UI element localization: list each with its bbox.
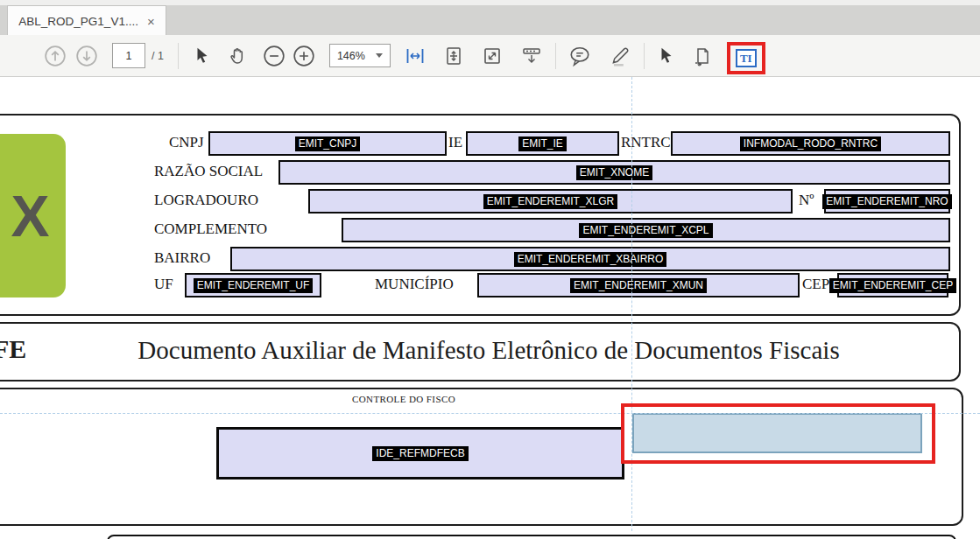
next-page-button[interactable]: [75, 45, 98, 67]
tab-close-icon[interactable]: ×: [147, 15, 155, 28]
select-cursor-icon: [657, 46, 676, 66]
zoom-in-button[interactable]: [293, 45, 315, 67]
highlighter-button[interactable]: [609, 45, 631, 67]
field-label-razao-social: RAZÃO SOCIAL: [154, 163, 263, 180]
field-label-cnpj: CNPJ: [169, 134, 204, 151]
form-field-cnpj[interactable]: EMIT_CNPJ: [208, 131, 447, 156]
form-field-bairro[interactable]: EMIT_ENDEREMIT_XBAIRRO: [230, 247, 950, 271]
form-field-razao-social[interactable]: EMIT_XNOME: [278, 160, 950, 185]
field-tag: EMIT_CNPJ: [295, 136, 361, 151]
field-tag: INFMODAL_RODO_RNTRC: [740, 136, 881, 151]
toolbar-separator: [644, 43, 645, 69]
scrolling-mode-button[interactable]: [520, 46, 543, 66]
hand-tool-button[interactable]: [228, 46, 249, 66]
field-label-ie: IE: [448, 134, 462, 151]
form-field-logradouro[interactable]: EMIT_ENDEREMIT_XLGR: [308, 189, 793, 214]
page-number-input[interactable]: [112, 43, 145, 68]
circle-arrow-down-icon: [75, 45, 98, 67]
active-tool-highlight: TI: [727, 42, 765, 74]
form-field-municipio[interactable]: EMIT_ENDEREMIT_XMUN: [477, 273, 800, 298]
select-annotation-button[interactable]: [657, 46, 676, 66]
circle-plus-icon: [293, 45, 315, 67]
page-total-label: / 1: [152, 50, 164, 62]
fit-width-icon: [405, 46, 426, 66]
toolbar-separator: [555, 43, 556, 69]
field-tag: EMIT_IE: [518, 136, 567, 151]
field-tag: EMIT_ENDEREMIT_XCPL: [579, 223, 712, 238]
pdf-page: X CNPJ EMIT_CNPJ IE EMIT_IE RNTRC INFMOD…: [0, 77, 980, 539]
extract-page-button[interactable]: [692, 45, 713, 67]
field-label-uf: UF: [154, 276, 173, 293]
logo-badge: X: [0, 134, 66, 298]
zoom-level-dropdown[interactable]: 146%: [329, 44, 391, 67]
form-field-uf[interactable]: EMIT_ENDEREMIT_UF: [185, 273, 321, 298]
circle-minus-icon: [263, 45, 286, 67]
page-export-icon: [692, 45, 713, 67]
speech-bubble-icon: [568, 45, 591, 67]
field-tag: EMIT_ENDEREMIT_XMUN: [570, 278, 707, 293]
next-section-box: [107, 535, 956, 539]
tab-bar: ABL_ROD_PG1_V1.... ×: [0, 0, 980, 35]
field-label-numero: Nº: [799, 192, 814, 209]
form-field-refmdfecb[interactable]: IDE_REFMDFECB: [216, 427, 624, 480]
field-label-cep: CEP: [802, 276, 829, 293]
toolbar-separator: [178, 43, 179, 69]
document-title: Documento Auxiliar de Manifesto Eletrôni…: [26, 336, 951, 365]
document-tab[interactable]: ABL_ROD_PG1_V1.... ×: [7, 5, 166, 36]
previous-page-button[interactable]: [44, 45, 67, 67]
form-field-numero[interactable]: EMIT_ENDEREMIT_NRO: [824, 189, 950, 214]
tab-title: ABL_ROD_PG1_V1....: [18, 15, 138, 28]
fit-width-button[interactable]: [405, 46, 426, 66]
comment-button[interactable]: [568, 45, 591, 67]
scroll-mode-icon: [520, 46, 543, 66]
toolbar: / 1 146%: [0, 35, 980, 77]
field-tag: EMIT_ENDEREMIT_CEP: [829, 278, 956, 293]
hand-icon: [228, 46, 249, 66]
field-label-bairro: BAIRRO: [154, 249, 210, 267]
field-label-rntrc: RNTRC: [621, 134, 671, 151]
field-label-logradouro: LOGRADOURO: [154, 192, 258, 209]
field-highlight-annotation: [621, 403, 935, 464]
form-field-ie[interactable]: EMIT_IE: [466, 131, 619, 156]
document-title-prefix: FE: [0, 334, 26, 364]
field-tag: EMIT_ENDEREMIT_XBAIRRO: [514, 252, 667, 267]
chevron-down-icon: [376, 53, 383, 58]
edit-text-field-icon[interactable]: TI: [736, 49, 757, 67]
field-label-complemento: COMPLEMENTO: [154, 220, 267, 238]
logo-letter: X: [11, 187, 49, 245]
select-tool-button[interactable]: [193, 46, 212, 66]
fit-page-button[interactable]: [443, 46, 464, 66]
pdf-editor-window: ABL_ROD_PG1_V1.... × / 1 146%: [0, 0, 980, 539]
fit-page-icon: [443, 46, 464, 66]
form-field-cep[interactable]: EMIT_ENDEREMIT_CEP: [837, 273, 948, 298]
zoom-level-value: 146%: [337, 50, 365, 62]
zoom-out-button[interactable]: [263, 45, 286, 67]
field-tag: EMIT_ENDEREMIT_NRO: [822, 194, 951, 209]
field-tag: EMIT_XNOME: [576, 165, 652, 180]
field-label-municipio: MUNICÍPIO: [375, 276, 454, 293]
circle-arrow-up-icon: [44, 45, 67, 67]
pencil-icon: [609, 45, 631, 67]
form-field-complemento[interactable]: EMIT_ENDEREMIT_XCPL: [342, 218, 950, 242]
select-cursor-icon: [193, 46, 212, 66]
field-tag: EMIT_ENDEREMIT_UF: [194, 278, 314, 293]
field-tag: EMIT_ENDEREMIT_XLGR: [483, 194, 617, 209]
actual-size-button[interactable]: [482, 46, 503, 66]
expand-icon: [482, 46, 503, 66]
form-field-rntrc[interactable]: INFMODAL_RODO_RNTRC: [671, 131, 950, 156]
field-tag: IDE_REFMDFECB: [372, 446, 468, 461]
